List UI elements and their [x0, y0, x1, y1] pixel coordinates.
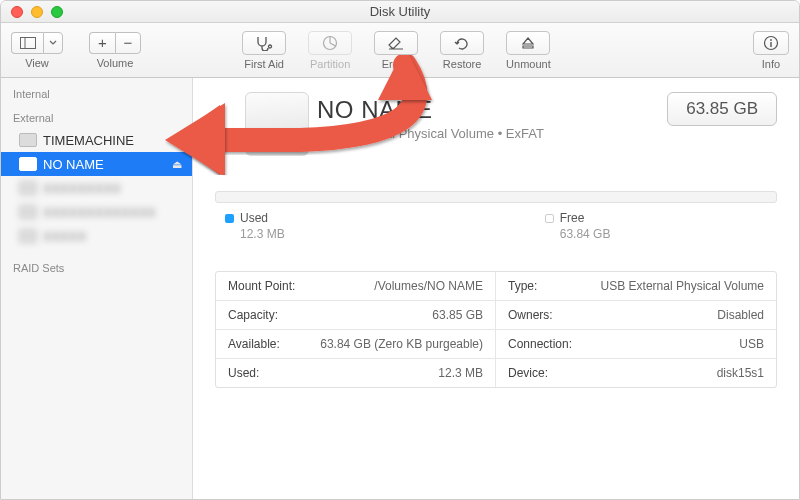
- details-table: Mount Point:/Volumes/NO NAME Type:USB Ex…: [215, 271, 777, 388]
- sidebar-item-label: NO NAME: [43, 157, 104, 172]
- info-icon: [763, 35, 779, 51]
- disk-icon: [19, 181, 37, 195]
- eject-icon[interactable]: ⏏: [172, 134, 182, 147]
- volume-icon: [245, 92, 309, 156]
- table-row: Mount Point:/Volumes/NO NAME: [216, 272, 496, 301]
- pie-icon: [322, 35, 338, 51]
- sidebar-item-no-name[interactable]: NO NAME ⏏: [1, 152, 192, 176]
- first-aid-label: First Aid: [244, 58, 284, 70]
- add-volume-button[interactable]: +: [89, 32, 115, 54]
- table-row: Capacity:63.85 GB: [216, 301, 496, 330]
- first-aid-button[interactable]: [242, 31, 286, 55]
- stethoscope-icon: [255, 35, 273, 51]
- sidebar-header-internal: Internal: [1, 84, 192, 104]
- window-title: Disk Utility: [1, 4, 799, 19]
- info-label: Info: [762, 58, 780, 70]
- view-label: View: [25, 57, 49, 69]
- remove-volume-button[interactable]: −: [115, 32, 141, 54]
- disk-icon: [19, 157, 37, 171]
- restore-icon: [454, 36, 470, 50]
- restore-button[interactable]: [440, 31, 484, 55]
- table-row: Used:12.3 MB: [216, 359, 496, 387]
- sidebar: Internal External TIMEMACHINE ⏏ NO NAME …: [1, 78, 193, 499]
- free-swatch-icon: [545, 214, 554, 223]
- sidebar-item-timemachine[interactable]: TIMEMACHINE ⏏: [1, 128, 192, 152]
- table-row: Owners:Disabled: [496, 301, 776, 330]
- eject-icon[interactable]: ⏏: [172, 158, 182, 171]
- svg-point-4: [770, 39, 772, 41]
- unmount-label: Unmount: [506, 58, 551, 70]
- volume-label: Volume: [97, 57, 134, 69]
- sidebar-item-label: TIMEMACHINE: [43, 133, 134, 148]
- erase-button[interactable]: [374, 31, 418, 55]
- usage-free: Free 63.84 GB: [545, 211, 611, 241]
- disk-icon: [19, 205, 37, 219]
- disk-icon: [19, 133, 37, 147]
- chevron-down-icon: [49, 40, 57, 46]
- volume-name: NO NAME: [317, 96, 544, 124]
- titlebar: Disk Utility: [1, 1, 799, 23]
- table-row: Device:disk15s1: [496, 359, 776, 387]
- partition-label: Partition: [310, 58, 350, 70]
- view-mode-dropdown[interactable]: [43, 32, 63, 54]
- disk-icon: [19, 229, 37, 243]
- sidebar-header-external: External: [1, 108, 192, 128]
- restore-label: Restore: [443, 58, 482, 70]
- table-row: Type:USB External Physical Volume: [496, 272, 776, 301]
- eject-icon: [521, 36, 535, 50]
- capacity-button[interactable]: 63.85 GB: [667, 92, 777, 126]
- unmount-button[interactable]: [506, 31, 550, 55]
- svg-rect-0: [20, 37, 35, 48]
- info-button[interactable]: [753, 31, 789, 55]
- usage-used: Used 12.3 MB: [225, 211, 285, 241]
- view-mode-button[interactable]: [11, 32, 43, 54]
- erase-icon: [388, 36, 404, 50]
- volume-subtitle: USB External Physical Volume • ExFAT: [317, 126, 544, 141]
- partition-button: [308, 31, 352, 55]
- sidebar-item-redacted[interactable]: XXXXXXXXX: [1, 176, 192, 200]
- sidebar-item-redacted[interactable]: XXXXX: [1, 224, 192, 248]
- erase-label: Erase: [382, 58, 411, 70]
- table-row: Available:63.84 GB (Zero KB purgeable): [216, 330, 496, 359]
- sidebar-layout-icon: [20, 37, 36, 49]
- sidebar-item-redacted[interactable]: XXXXXXXXXXXXX: [1, 200, 192, 224]
- table-row: Connection:USB: [496, 330, 776, 359]
- toolbar: View + − Volume First Aid Partition: [1, 23, 799, 78]
- usage-bar: [215, 191, 777, 203]
- used-swatch-icon: [225, 214, 234, 223]
- content-pane: NO NAME USB External Physical Volume • E…: [193, 78, 799, 499]
- sidebar-header-raid: RAID Sets: [1, 258, 192, 278]
